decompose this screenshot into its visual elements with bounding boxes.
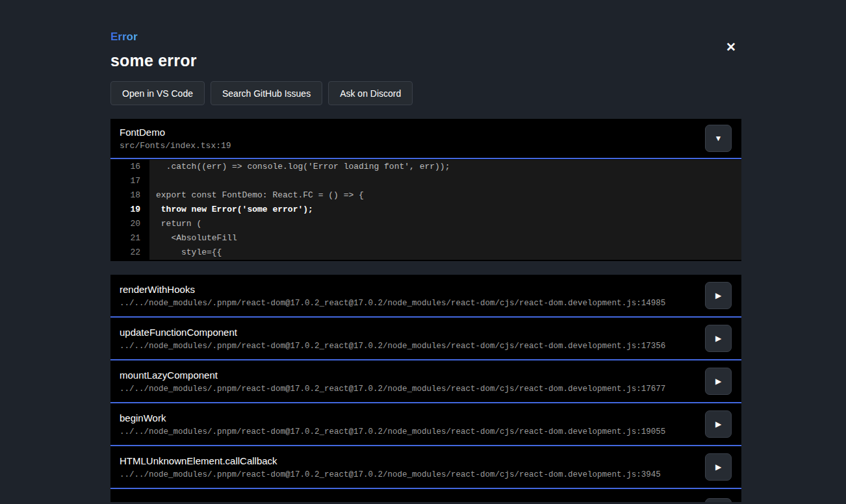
error-message: some error xyxy=(110,51,741,70)
stack-frame-name: mountLazyComponent xyxy=(120,370,665,381)
stack-frame-row: HTMLUnknownElement.callCallback ../../no… xyxy=(110,446,741,489)
stack-frame-text: updateFunctionComponent ../../node_modul… xyxy=(120,327,665,351)
code-line-text: .catch((err) => console.log('Error loadi… xyxy=(149,160,741,174)
expand-frame-button[interactable]: ▶ xyxy=(705,282,732,309)
stack-frame-name: HTMLUnknownElement.callCallback xyxy=(120,455,661,466)
stack-frame-row: ▶ xyxy=(110,489,741,502)
stack-frame-name: beginWork xyxy=(120,412,665,423)
expand-frame-button[interactable]: ▶ xyxy=(705,410,732,438)
code-frame-panel: FontDemo src/Fonts/index.tsx:19 ▼ 16 .ca… xyxy=(110,119,741,261)
play-icon: ▶ xyxy=(715,462,721,472)
stack-frame-row: mountLazyComponent ../../node_modules/.p… xyxy=(110,360,741,403)
code-line: 21 <AbsoluteFill xyxy=(110,231,741,246)
code-line: 17 xyxy=(110,174,741,188)
stack-frame-row: updateFunctionComponent ../../node_modul… xyxy=(110,318,741,360)
code-line-text: <AbsoluteFill xyxy=(149,231,741,246)
code-line: 18 export const FontDemo: React.FC = () … xyxy=(110,188,741,203)
code-block: 16 .catch((err) => console.log('Error lo… xyxy=(110,159,741,261)
expand-frame-button[interactable]: ▶ xyxy=(705,325,732,352)
code-line-number: 21 xyxy=(110,231,149,246)
stack-frame-text: HTMLUnknownElement.callCallback ../../no… xyxy=(120,455,661,479)
stack-frame-path: ../../node_modules/.pnpm/react-dom@17.0.… xyxy=(120,384,665,394)
search-github-issues-button[interactable]: Search GitHub Issues xyxy=(211,81,322,105)
expand-frame-button[interactable]: ▶ xyxy=(705,453,732,481)
code-line-text xyxy=(149,174,741,188)
open-in-vscode-button[interactable]: Open in VS Code xyxy=(110,81,205,105)
expand-frame-button[interactable]: ▶ xyxy=(705,498,732,502)
chevron-down-icon: ▼ xyxy=(715,134,723,143)
code-line-text: throw new Error('some error'); xyxy=(149,203,741,217)
code-line-number: 20 xyxy=(110,217,149,231)
code-line-number: 19 xyxy=(110,203,149,217)
expand-frame-button[interactable]: ▶ xyxy=(705,368,732,395)
code-line-number: 16 xyxy=(110,160,149,174)
code-line: 22 style={{ xyxy=(110,246,741,260)
error-overlay: Error some error Open in VS Code Search … xyxy=(110,0,741,502)
action-buttons-row: Open in VS Code Search GitHub Issues Ask… xyxy=(110,81,741,105)
stack-frame-text: beginWork ../../node_modules/.pnpm/react… xyxy=(120,412,665,436)
play-icon: ▶ xyxy=(715,291,721,300)
stack-frame-path: ../../node_modules/.pnpm/react-dom@17.0.… xyxy=(120,342,665,351)
ask-on-discord-button[interactable]: Ask on Discord xyxy=(328,81,413,105)
code-line: 20 return ( xyxy=(110,217,741,231)
stack-frame-name: renderWithHooks xyxy=(120,284,665,295)
code-frame-location: src/Fonts/index.tsx:19 xyxy=(120,141,231,151)
stack-frame-text: mountLazyComponent ../../node_modules/.p… xyxy=(120,370,665,394)
code-line-number: 18 xyxy=(110,188,149,203)
stack-frame-path: ../../node_modules/.pnpm/react-dom@17.0.… xyxy=(120,299,665,308)
play-icon: ▶ xyxy=(715,334,721,343)
stack-frame-list: renderWithHooks ../../node_modules/.pnpm… xyxy=(110,275,741,502)
code-line-text: export const FontDemo: React.FC = () => … xyxy=(149,188,741,203)
stack-frame-name: updateFunctionComponent xyxy=(120,327,665,338)
error-type-label: Error xyxy=(110,31,138,44)
code-line-number: 22 xyxy=(110,246,149,260)
code-line: 16 .catch((err) => console.log('Error lo… xyxy=(110,160,741,174)
code-line: 19 throw new Error('some error'); xyxy=(110,203,741,217)
code-frame-header: FontDemo src/Fonts/index.tsx:19 ▼ xyxy=(110,119,741,159)
stack-frame-text: renderWithHooks ../../node_modules/.pnpm… xyxy=(120,284,665,308)
code-frame-header-text: FontDemo src/Fonts/index.tsx:19 xyxy=(120,127,231,151)
play-icon: ▶ xyxy=(715,377,721,386)
collapse-code-button[interactable]: ▼ xyxy=(705,125,732,152)
code-line-text: style={{ xyxy=(149,246,741,260)
play-icon: ▶ xyxy=(715,420,721,429)
code-line-number: 17 xyxy=(110,174,149,188)
code-frame-title: FontDemo xyxy=(120,127,231,138)
stack-frame-path: ../../node_modules/.pnpm/react-dom@17.0.… xyxy=(120,427,665,436)
code-line-text: return ( xyxy=(149,217,741,231)
stack-frame-row: renderWithHooks ../../node_modules/.pnpm… xyxy=(110,275,741,318)
stack-frame-path: ../../node_modules/.pnpm/react-dom@17.0.… xyxy=(120,470,661,479)
stack-frame-row: beginWork ../../node_modules/.pnpm/react… xyxy=(110,403,741,446)
